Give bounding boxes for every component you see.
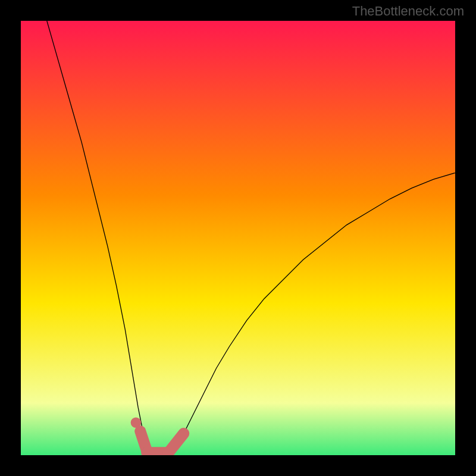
watermark-text: TheBottleneck.com bbox=[352, 4, 464, 19]
chart-svg bbox=[21, 21, 455, 455]
chart-container: TheBottleneck.com bbox=[0, 0, 476, 476]
gradient-background bbox=[21, 21, 455, 455]
plot-area bbox=[21, 21, 455, 455]
